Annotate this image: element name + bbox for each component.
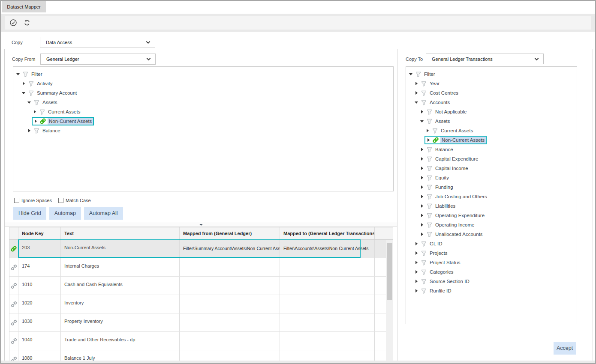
match-case-checkbox[interactable] <box>58 198 63 203</box>
expand-arrow-icon[interactable] <box>33 118 39 124</box>
expand-arrow-icon[interactable] <box>413 260 419 266</box>
cell-node-key: 174 <box>18 258 61 276</box>
tree-node-equity[interactable]: Equity <box>406 173 450 182</box>
expand-arrow-icon[interactable] <box>413 288 419 294</box>
table-row[interactable]: 1010Cash and Cash Equivalents <box>9 277 393 295</box>
expand-arrow-icon[interactable] <box>425 137 431 143</box>
tree-node-unallocated-accounts[interactable]: Unallocated Accounts <box>406 230 484 239</box>
grid-header-text[interactable]: Text <box>61 227 180 239</box>
tree-node-label: Categories <box>428 269 455 275</box>
table-row[interactable]: 1020Inventory <box>9 295 393 313</box>
tab-dataset-mapper[interactable]: Dataset Mapper <box>2 1 46 12</box>
collapse-arrow-icon[interactable] <box>15 71 21 77</box>
grid-scrollbar[interactable] <box>386 240 393 361</box>
collapse-arrow-icon[interactable] <box>26 99 32 105</box>
automap-all-button[interactable]: Automap All <box>84 207 123 220</box>
tree-node-activity[interactable]: Activity <box>13 79 54 88</box>
copy-to-select[interactable]: General Ledger Transactions <box>426 54 544 64</box>
hide-grid-button[interactable]: Hide Grid <box>13 207 46 220</box>
expand-arrow-icon[interactable] <box>419 175 425 181</box>
grid-scrollbar-thumb[interactable] <box>387 243 392 300</box>
expand-arrow-icon[interactable] <box>419 231 425 237</box>
tree-node-project-status[interactable]: Project Status <box>406 258 462 267</box>
tree-node-filter[interactable]: Filter <box>13 69 44 79</box>
tree-node-source-section-id[interactable]: Source Section ID <box>406 277 471 286</box>
collapse-arrow-icon[interactable] <box>419 118 425 124</box>
copy-select[interactable]: Data Access <box>40 37 155 48</box>
expand-arrow-icon[interactable] <box>419 156 425 162</box>
tree-node-non-current-assets[interactable]: Non-Current Assets <box>13 116 94 126</box>
tree-node-operating-expenditure[interactable]: Operating Expenditure <box>406 211 486 220</box>
chevron-down-icon <box>534 57 539 61</box>
expand-arrow-icon[interactable] <box>413 278 419 284</box>
collapse-arrow-icon[interactable] <box>21 90 27 96</box>
expand-arrow-icon[interactable] <box>413 90 419 96</box>
tree-node-current-assets[interactable]: Current Assets <box>406 126 474 135</box>
cell-node-key: 1020 <box>18 295 61 313</box>
ignore-spaces-checkbox[interactable] <box>14 198 19 203</box>
filter-icon <box>426 212 433 219</box>
tree-node-job-costing-and-others[interactable]: Job Costing and Others <box>406 192 488 201</box>
refresh-icon[interactable] <box>23 19 31 27</box>
tree-node-categories[interactable]: Categories <box>406 267 455 277</box>
accept-button[interactable]: Accept <box>554 342 576 355</box>
table-row[interactable]: 1080Balance 1 July <box>9 350 393 361</box>
expand-arrow-icon[interactable] <box>419 109 425 115</box>
expand-arrow-icon[interactable] <box>419 203 425 209</box>
tree-node-summary-account[interactable]: Summary Account <box>13 88 78 98</box>
copy-from-select[interactable]: General Ledger <box>40 54 156 65</box>
collapse-arrow-icon[interactable] <box>413 99 419 105</box>
tree-node-filter[interactable]: Filter <box>406 69 436 79</box>
table-row[interactable]: 174Internal Charges <box>9 258 393 277</box>
tree-node-balance[interactable]: Balance <box>406 145 455 154</box>
tree-node-assets[interactable]: Assets <box>13 98 59 107</box>
tree-node-capital-expenditure[interactable]: Capital Expenditure <box>406 154 479 164</box>
tree-node-capital-income[interactable]: Capital Income <box>406 164 470 173</box>
expand-arrow-icon[interactable] <box>413 241 419 247</box>
tree-node-label: Not Applicable <box>434 108 468 115</box>
tree-node-accounts[interactable]: Accounts <box>406 98 451 107</box>
tree-node-liabilities[interactable]: Liabilities <box>406 201 457 211</box>
expand-arrow-icon[interactable] <box>26 128 32 134</box>
expand-arrow-icon[interactable] <box>419 184 425 190</box>
tree-node-operating-income[interactable]: Operating Income <box>406 220 476 230</box>
expand-arrow-icon[interactable] <box>419 165 425 171</box>
collapse-arrow-icon[interactable] <box>408 71 414 77</box>
grid-body: 203Non-Current AssetsFilter\Summary Acco… <box>9 240 393 361</box>
tree-node-gl-id[interactable]: GL ID <box>406 239 444 248</box>
table-row[interactable]: 1030Property Inventory <box>9 313 393 332</box>
grid-header-node-key[interactable]: Node Key <box>18 227 61 239</box>
tree-node-current-assets[interactable]: Current Assets <box>13 107 81 116</box>
tree-node-cost-centres[interactable]: Cost Centres <box>406 88 460 98</box>
tree-node-assets[interactable]: Assets <box>406 116 452 126</box>
tree-node-not-applicable[interactable]: Not Applicable <box>406 107 468 116</box>
expand-arrow-icon[interactable] <box>21 81 27 87</box>
match-case-option[interactable]: Match Case <box>58 198 91 203</box>
check-circle-icon[interactable] <box>9 19 17 27</box>
expand-arrow-icon[interactable] <box>413 81 419 87</box>
collapse-arrow-icon[interactable] <box>197 223 205 226</box>
expand-arrow-icon[interactable] <box>419 146 425 152</box>
tab-strip: Dataset Mapper <box>1 1 595 12</box>
tree-node-balance[interactable]: Balance <box>13 126 62 135</box>
chevron-down-icon <box>146 41 151 44</box>
tree-node-year[interactable]: Year <box>406 79 441 88</box>
expand-arrow-icon[interactable] <box>32 109 38 115</box>
expand-arrow-icon[interactable] <box>413 250 419 256</box>
expand-arrow-icon[interactable] <box>424 128 430 134</box>
tree-node-funding[interactable]: Funding <box>406 182 455 192</box>
expand-arrow-icon[interactable] <box>419 212 425 218</box>
expand-arrow-icon[interactable] <box>413 269 419 275</box>
tree-node-runfile-id[interactable]: Runfile ID <box>406 286 453 295</box>
grid-header-mapped-from-general-ledger[interactable]: Mapped from (General Ledger) <box>180 227 280 239</box>
grid-header-mapped-to-general-ledger-transactions[interactable]: Mapped to (General Ledger Transactions) <box>280 227 375 239</box>
tree-node-projects[interactable]: Projects <box>406 248 449 258</box>
table-row[interactable]: 1040Trade and Other Receivables - dp <box>9 332 393 350</box>
expand-arrow-icon[interactable] <box>419 222 425 228</box>
expand-arrow-icon[interactable] <box>419 194 425 200</box>
automap-button[interactable]: Automap <box>49 207 81 220</box>
splitter[interactable] <box>5 223 397 227</box>
tree-node-non-current-assets[interactable]: Non-Current Assets <box>406 135 487 145</box>
ignore-spaces-option[interactable]: Ignore Spaces <box>14 198 52 203</box>
table-row[interactable]: 203Non-Current AssetsFilter\Summary Acco… <box>9 240 393 258</box>
